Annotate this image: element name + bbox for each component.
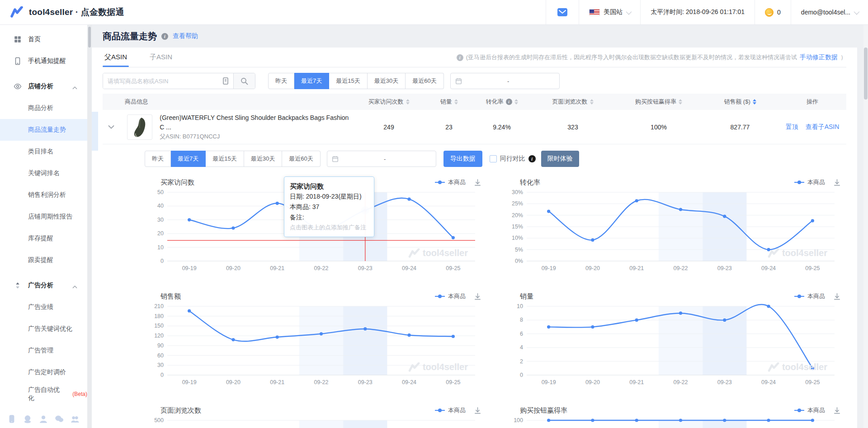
pin-top-link[interactable]: 置顶 (786, 123, 798, 131)
export-data-button[interactable]: 导出数据 (443, 151, 482, 167)
sidebar-item-手机通知提醒[interactable]: 手机通知提醒 (0, 50, 87, 72)
range-button-昨天[interactable]: 昨天 (145, 151, 171, 167)
sidebar-item-首页[interactable]: 首页 (0, 29, 87, 50)
search-icon (241, 77, 248, 85)
range-button-最近7天[interactable]: 最近7天 (171, 151, 206, 167)
tab-parent-asin[interactable]: 父ASIN (103, 53, 129, 67)
download-icon[interactable] (833, 293, 841, 300)
product-title[interactable]: (Green)WATERFLY Chest Sling Shoulder Bac… (160, 113, 354, 132)
manual-fix-link[interactable]: 手动修正数据 (800, 53, 838, 62)
table-row: (Green)WATERFLY Chest Sling Shoulder Bac… (103, 110, 846, 144)
range-button-昨天[interactable]: 昨天 (268, 73, 294, 89)
range-button-最近60天[interactable]: 最近60天 (282, 151, 320, 167)
sort-carets[interactable] (679, 99, 682, 105)
chart-canvas-页面浏览次数[interactable]: 010020030040050009-1909-2009-2109-2209-2… (145, 417, 481, 428)
download-icon[interactable] (833, 407, 841, 414)
info-icon[interactable] (506, 99, 512, 105)
chart-canvas-销售额[interactable]: 030609012015018021009-1909-2009-2109-220… (145, 303, 481, 389)
window-scrollbar-thumb[interactable] (864, 48, 868, 100)
panel-date-picker[interactable]: - (327, 151, 436, 167)
sidebar-item-销售利润分析[interactable]: 销售利润分析 (0, 184, 87, 206)
sidebar-item-类目排名[interactable]: 类目排名 (0, 141, 87, 162)
sidebar-item-店铺分析[interactable]: 店铺分析 (0, 76, 87, 97)
qq-icon[interactable] (23, 414, 32, 425)
date-range-value: - (339, 156, 431, 162)
marketplace-selector[interactable]: 美国站 (579, 0, 640, 24)
window-scrollbar[interactable] (863, 25, 868, 428)
legend-label: 本商品 (448, 292, 466, 300)
svg-text:09-21: 09-21 (270, 265, 284, 271)
legend-label: 本商品 (807, 406, 825, 414)
chart-block-销售额: 销售额本商品030609012015018021009-1909-2009-21… (145, 290, 481, 390)
column-header-买家访问次数[interactable]: 买家访问次数 (354, 98, 424, 106)
brand-logo[interactable]: tool4seller · 点金数据通 (0, 6, 124, 18)
svg-text:09-25: 09-25 (446, 265, 460, 271)
column-header-购买按钮赢得率[interactable]: 购买按钮赢得率 (616, 98, 702, 106)
account-menu[interactable]: demo@tool4sel... (791, 0, 868, 24)
peer-compare-group: 同行对比 (490, 155, 536, 163)
chart-canvas-转化率[interactable]: 0%5%10%15%20%25%30%09-1909-2009-2109-220… (504, 189, 841, 275)
range-button-最近60天[interactable]: 最近60天 (406, 73, 443, 89)
sidebar-item-关键词排名[interactable]: 关键词排名 (0, 162, 87, 184)
content-card: 父ASIN 子ASIN (亚马逊后台报表的生成时间存在滞后性，因此程序导入时偶尔… (92, 48, 857, 428)
sidebar-item-广告管理[interactable]: 广告管理 (0, 340, 87, 361)
chart-canvas-销量[interactable]: 024681009-1909-2009-2109-2209-2309-2409-… (504, 303, 841, 389)
sidebar-item-商品流量走势[interactable]: 商品流量走势 (0, 119, 87, 141)
group-icon[interactable] (71, 414, 80, 425)
sidebar-item-店铺周期性报告[interactable]: 店铺周期性报告 (0, 206, 87, 228)
download-icon[interactable] (833, 179, 841, 186)
sort-carets[interactable] (753, 99, 756, 105)
info-icon[interactable] (528, 155, 536, 162)
scan-icon[interactable] (218, 73, 233, 89)
sidebar-item-商品分析[interactable]: 商品分析 (0, 97, 87, 119)
range-button-最近30天[interactable]: 最近30天 (244, 151, 282, 167)
svg-text:0: 0 (160, 258, 164, 264)
phone-icon[interactable] (7, 414, 16, 425)
range-button-最近15天[interactable]: 最近15天 (206, 151, 244, 167)
sidebar-item-广告自动优化[interactable]: 广告自动优化(Beta) (0, 383, 87, 405)
collapse-caret-icon[interactable] (72, 283, 77, 290)
peer-compare-checkbox[interactable] (490, 155, 497, 162)
download-icon[interactable] (474, 293, 481, 300)
coins-button[interactable]: 0 (755, 0, 791, 24)
limited-trial-button[interactable]: 限时体验 (541, 151, 579, 167)
tab-child-asin[interactable]: 子ASIN (148, 53, 174, 67)
legend-line-icon (435, 182, 445, 183)
sidebar-item-广告业绩[interactable]: 广告业绩 (0, 296, 87, 318)
sidebar-item-跟卖提醒[interactable]: 跟卖提醒 (0, 249, 87, 271)
download-icon[interactable] (474, 407, 481, 414)
column-header-销量[interactable]: 销量 (424, 98, 474, 106)
custom-date-picker[interactable]: - (450, 73, 560, 89)
messages-button[interactable] (546, 0, 579, 24)
sidebar-scrollbar[interactable] (87, 25, 92, 428)
search-input[interactable] (103, 73, 218, 89)
sort-carets[interactable] (454, 99, 458, 105)
sidebar-item-广告关键词优化[interactable]: 广告关键词优化 (0, 318, 87, 340)
range-button-最近15天[interactable]: 最近15天 (329, 73, 367, 89)
product-image[interactable] (127, 114, 152, 140)
view-child-asin-link[interactable]: 查看子ASIN (806, 123, 840, 131)
legend-label: 本商品 (448, 406, 466, 414)
sidebar-item-广告定时调价[interactable]: 广告定时调价 (0, 361, 87, 383)
row-expander[interactable] (103, 125, 120, 129)
chart-canvas-购买按钮赢得率[interactable]: 02040608010009-1909-2009-2109-2209-2309-… (504, 417, 841, 428)
sort-carets[interactable] (406, 99, 410, 105)
column-header-转化率[interactable]: 转化率 (474, 98, 530, 106)
sidebar-item-广告分析[interactable]: 广告分析 (0, 275, 87, 296)
download-icon[interactable] (474, 179, 481, 186)
svg-text:09-21: 09-21 (270, 379, 284, 385)
sidebar-item-库存提醒[interactable]: 库存提醒 (0, 228, 87, 249)
help-link[interactable]: 查看帮助 (173, 32, 198, 40)
info-icon[interactable] (161, 33, 168, 40)
sort-carets[interactable] (514, 99, 518, 105)
range-button-最近30天[interactable]: 最近30天 (368, 73, 406, 89)
sort-carets[interactable] (590, 99, 594, 105)
range-button-最近7天[interactable]: 最近7天 (294, 73, 329, 89)
column-header-销售额 ($)[interactable]: 销售额 ($) (702, 98, 778, 106)
person-icon[interactable] (39, 414, 48, 425)
sidebar-scrollbar-thumb[interactable] (88, 27, 91, 48)
column-header-页面浏览次数[interactable]: 页面浏览次数 (530, 98, 616, 106)
collapse-caret-icon[interactable] (72, 84, 77, 91)
search-button[interactable] (233, 73, 255, 89)
wechat-icon[interactable] (55, 414, 64, 425)
